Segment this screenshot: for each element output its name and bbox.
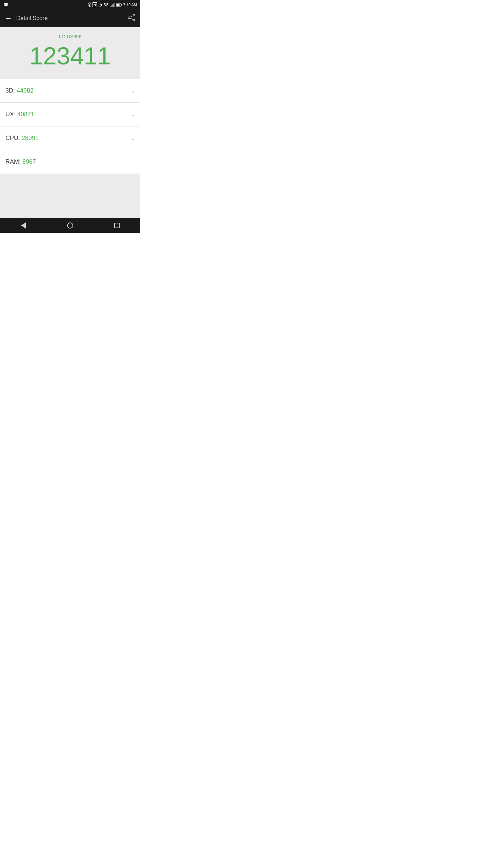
- share-icon: [127, 14, 136, 21]
- signal-icon: [110, 3, 115, 7]
- score-header: LG-US996 123411: [0, 27, 140, 79]
- bottom-nav: [0, 218, 140, 233]
- app-bar: ← Detail Score: [0, 9, 140, 27]
- score-label-ram: RAM: 8967: [5, 158, 36, 165]
- chevron-3d: ⌄: [130, 87, 135, 94]
- nav-home-button[interactable]: [60, 218, 80, 233]
- nav-recent-button[interactable]: [107, 218, 127, 233]
- score-item-ux[interactable]: UX: 40871 ⌄: [0, 103, 140, 126]
- svg-rect-6: [111, 5, 111, 7]
- app-bar-left: ← Detail Score: [5, 14, 48, 23]
- bluetooth-icon: [88, 2, 91, 7]
- recent-square-icon: [114, 223, 120, 228]
- share-button[interactable]: [127, 14, 136, 22]
- svg-line-4: [102, 3, 102, 4]
- score-value-ram: 8967: [22, 158, 36, 165]
- chevron-cpu: ⌄: [130, 135, 135, 141]
- svg-rect-9: [114, 3, 115, 7]
- status-time: 7:19 AM: [123, 3, 137, 7]
- app-bar-title: Detail Score: [16, 15, 48, 22]
- back-button[interactable]: ←: [5, 14, 12, 23]
- score-value-cpu: 28991: [22, 135, 39, 141]
- alarm-icon: [98, 3, 102, 7]
- nfc-icon: N: [93, 2, 97, 7]
- score-label-ux: UX: 40871: [5, 111, 34, 118]
- svg-rect-11: [121, 4, 122, 5]
- chevron-ux: ⌄: [130, 111, 135, 118]
- score-item-cpu[interactable]: CPU: 28991 ⌄: [0, 126, 140, 150]
- score-item-ram: RAM: 8967: [0, 150, 140, 174]
- score-value-3d: 44582: [17, 87, 34, 94]
- svg-rect-5: [110, 6, 110, 7]
- svg-point-15: [128, 17, 130, 19]
- wifi-icon: [104, 3, 108, 7]
- footer-gray: [0, 174, 140, 218]
- score-label-3d: 3D: 44582: [5, 87, 34, 94]
- svg-rect-8: [113, 3, 114, 7]
- message-icon: 💬: [3, 2, 8, 7]
- score-item-3d[interactable]: 3D: 44582 ⌄: [0, 79, 140, 103]
- score-label-cpu: CPU: 28991: [5, 135, 39, 142]
- svg-rect-12: [116, 4, 119, 6]
- status-bar-right: N 7:19 AM: [88, 2, 137, 7]
- svg-rect-7: [112, 4, 113, 7]
- total-score: 123411: [5, 43, 135, 70]
- status-bar-left: 💬: [3, 2, 8, 7]
- back-triangle-icon: [21, 222, 26, 229]
- nav-back-button[interactable]: [13, 218, 34, 233]
- score-value-ux: 40871: [17, 111, 34, 118]
- battery-icon: [116, 3, 122, 7]
- svg-point-14: [133, 19, 135, 21]
- svg-line-3: [98, 3, 99, 4]
- svg-line-17: [130, 18, 133, 20]
- home-circle-icon: [67, 222, 73, 229]
- svg-point-13: [133, 15, 135, 16]
- score-list: 3D: 44582 ⌄ UX: 40871 ⌄ CPU: 28991 ⌄ RAM…: [0, 79, 140, 174]
- status-bar: 💬 N: [0, 0, 140, 9]
- svg-line-16: [130, 16, 133, 17]
- device-name: LG-US996: [5, 34, 135, 39]
